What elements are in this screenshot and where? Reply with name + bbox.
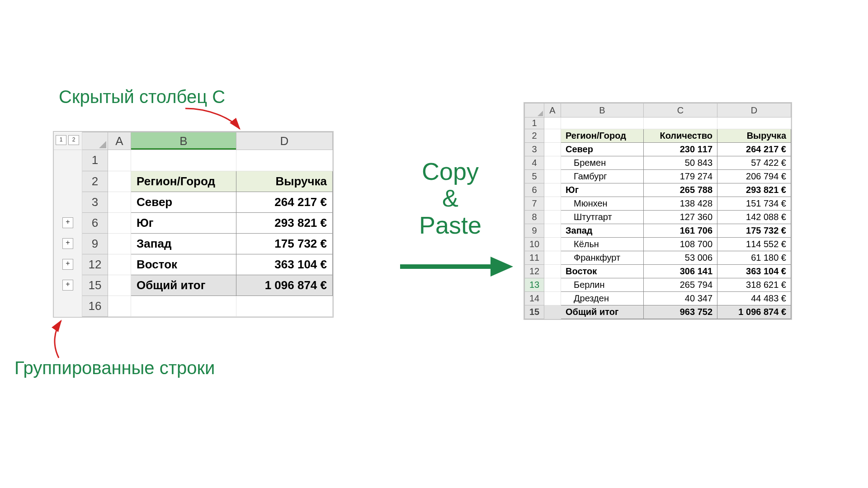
cell[interactable]: 53 006: [644, 251, 717, 265]
cell[interactable]: 108 700: [644, 238, 717, 251]
cell[interactable]: Берлин: [561, 278, 644, 292]
cell[interactable]: 151 734 €: [717, 197, 791, 211]
cell[interactable]: 1 096 874 €: [717, 305, 791, 319]
cell[interactable]: Восток: [561, 265, 644, 278]
cell[interactable]: 161 706: [644, 224, 717, 238]
row-header[interactable]: 9: [82, 233, 108, 254]
row-header[interactable]: 12: [82, 254, 108, 275]
row-header[interactable]: 4: [525, 156, 544, 170]
cell[interactable]: [108, 254, 131, 275]
cell[interactable]: [544, 197, 561, 211]
dest-select-all-corner[interactable]: [525, 103, 544, 117]
cell[interactable]: [544, 278, 561, 292]
cell[interactable]: Кёльн: [561, 238, 644, 251]
cell[interactable]: Юг: [131, 212, 236, 233]
cell[interactable]: [131, 296, 236, 316]
cell[interactable]: 264 217 €: [236, 192, 333, 212]
table-header-cell[interactable]: Регион/Город: [131, 171, 236, 192]
cell[interactable]: 175 732 €: [236, 233, 333, 254]
cell[interactable]: Гамбург: [561, 170, 644, 183]
cell[interactable]: Дрезден: [561, 292, 644, 305]
col-header-D[interactable]: D: [236, 132, 333, 150]
cell[interactable]: Общий итог: [561, 305, 644, 319]
cell[interactable]: [108, 171, 131, 192]
row-header[interactable]: 15: [82, 275, 108, 296]
cell[interactable]: [544, 129, 561, 143]
cell[interactable]: 318 621 €: [717, 278, 791, 292]
cell[interactable]: [544, 238, 561, 251]
cell[interactable]: [544, 156, 561, 170]
row-header[interactable]: 13: [525, 278, 544, 292]
expand-group-button[interactable]: +: [62, 238, 73, 249]
cell[interactable]: 1 096 874 €: [236, 275, 333, 296]
cell[interactable]: 44 483 €: [717, 292, 791, 305]
cell[interactable]: 230 117: [644, 143, 717, 156]
row-header[interactable]: 7: [525, 197, 544, 211]
cell[interactable]: 114 552 €: [717, 238, 791, 251]
cell[interactable]: Север: [131, 192, 236, 212]
cell[interactable]: [108, 150, 131, 171]
row-header[interactable]: 5: [525, 170, 544, 183]
cell[interactable]: [236, 150, 333, 171]
cell[interactable]: [544, 117, 561, 129]
cell[interactable]: [544, 292, 561, 305]
cell[interactable]: [131, 150, 236, 171]
cell[interactable]: 963 752: [644, 305, 717, 319]
cell[interactable]: 293 821 €: [717, 183, 791, 197]
cell[interactable]: 265 794: [644, 278, 717, 292]
table-header-cell[interactable]: Регион/Город: [561, 129, 644, 143]
cell[interactable]: Франкфурт: [561, 251, 644, 265]
cell[interactable]: 179 274: [644, 170, 717, 183]
cell[interactable]: [544, 305, 561, 319]
cell[interactable]: Штутгарт: [561, 211, 644, 224]
cell[interactable]: [108, 192, 131, 212]
row-header[interactable]: 1: [525, 117, 544, 129]
cell[interactable]: 40 347: [644, 292, 717, 305]
expand-group-button[interactable]: +: [62, 217, 73, 228]
cell[interactable]: 206 794 €: [717, 170, 791, 183]
row-header[interactable]: 2: [82, 171, 108, 192]
cell[interactable]: 306 141: [644, 265, 717, 278]
table-header-cell[interactable]: Выручка: [236, 171, 333, 192]
cell[interactable]: 264 217 €: [717, 143, 791, 156]
cell[interactable]: 265 788: [644, 183, 717, 197]
row-header[interactable]: 1: [82, 150, 108, 171]
row-header[interactable]: 3: [525, 143, 544, 156]
cell[interactable]: [236, 296, 333, 316]
cell[interactable]: 138 428: [644, 197, 717, 211]
select-all-corner[interactable]: [82, 132, 108, 150]
row-header[interactable]: 9: [525, 224, 544, 238]
dest-col-B[interactable]: B: [561, 103, 644, 117]
row-header[interactable]: 16: [82, 296, 108, 316]
col-header-B[interactable]: B: [131, 132, 236, 150]
cell[interactable]: Запад: [561, 224, 644, 238]
cell[interactable]: 363 104 €: [717, 265, 791, 278]
cell[interactable]: Запад: [131, 233, 236, 254]
cell[interactable]: [544, 251, 561, 265]
dest-col-A[interactable]: A: [544, 103, 561, 117]
cell[interactable]: [108, 233, 131, 254]
row-header[interactable]: 11: [525, 251, 544, 265]
cell[interactable]: Север: [561, 143, 644, 156]
cell[interactable]: 175 732 €: [717, 224, 791, 238]
cell[interactable]: Восток: [131, 254, 236, 275]
cell[interactable]: [108, 296, 131, 316]
cell[interactable]: Юг: [561, 183, 644, 197]
cell[interactable]: [108, 212, 131, 233]
cell[interactable]: [544, 211, 561, 224]
cell[interactable]: 50 843: [644, 156, 717, 170]
row-header[interactable]: 15: [525, 305, 544, 319]
row-header[interactable]: 12: [525, 265, 544, 278]
row-header[interactable]: 14: [525, 292, 544, 305]
dest-col-C[interactable]: C: [644, 103, 717, 117]
cell[interactable]: Бремен: [561, 156, 644, 170]
expand-group-button[interactable]: +: [62, 280, 73, 291]
col-header-A[interactable]: A: [108, 132, 131, 150]
outline-level-1-button[interactable]: 1: [56, 135, 66, 145]
cell[interactable]: 61 180 €: [717, 251, 791, 265]
row-header[interactable]: 2: [525, 129, 544, 143]
cell[interactable]: [717, 117, 791, 129]
cell[interactable]: 363 104 €: [236, 254, 333, 275]
cell[interactable]: [544, 170, 561, 183]
cell[interactable]: 57 422 €: [717, 156, 791, 170]
